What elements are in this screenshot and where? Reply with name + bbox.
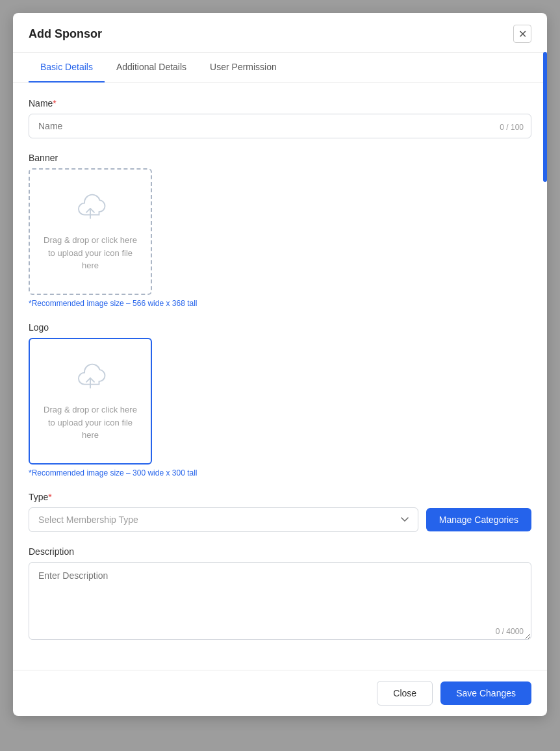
manage-categories-button[interactable]: Manage Categories [426, 508, 531, 531]
name-required-indicator: * [53, 98, 56, 108]
modal-footer: Close Save Changes [13, 670, 547, 716]
type-field-group: Type* Select Membership Type Manage Cate… [29, 492, 531, 532]
logo-upload-area[interactable]: Drag & drop or click here to upload your… [29, 338, 152, 465]
banner-upload-text: Drag & drop or click here to upload your… [40, 234, 140, 272]
banner-label: Banner [29, 153, 531, 163]
name-char-count: 0 / 100 [500, 123, 524, 132]
banner-rec-text: *Recommended image size – 566 wide x 368… [29, 299, 531, 308]
save-changes-button[interactable]: Save Changes [440, 681, 531, 705]
name-field-group: Name* 0 / 100 [29, 98, 531, 138]
description-label: Description [29, 546, 531, 557]
description-wrapper: 0 / 4000 [29, 562, 531, 643]
header-close-button[interactable]: ✕ [513, 25, 531, 43]
logo-rec-text: *Recommended image size – 300 wide x 300… [29, 468, 531, 477]
tabs-container: Basic Details Additional Details User Pe… [13, 53, 547, 83]
add-sponsor-modal: Add Sponsor ✕ Basic Details Additional D… [13, 13, 547, 716]
logo-upload-icon [71, 361, 110, 396]
tab-basic-details[interactable]: Basic Details [29, 53, 105, 83]
type-label: Type* [29, 492, 531, 502]
footer-close-button[interactable]: Close [377, 681, 433, 706]
banner-field-group: Banner Drag & drop or click here to uplo… [29, 153, 531, 308]
description-field-group: Description 0 / 4000 [29, 546, 531, 643]
modal-header: Add Sponsor ✕ [13, 13, 547, 53]
tab-additional-details[interactable]: Additional Details [105, 53, 198, 83]
type-required-indicator: * [48, 492, 51, 502]
logo-upload-text: Drag & drop or click here to upload your… [40, 403, 140, 442]
description-textarea[interactable] [29, 562, 531, 640]
name-input-wrapper: 0 / 100 [29, 114, 531, 138]
close-icon: ✕ [518, 28, 527, 40]
name-label: Name* [29, 98, 531, 108]
name-input[interactable] [29, 114, 531, 138]
logo-field-group: Logo Drag & drop or click here to upload… [29, 322, 531, 477]
membership-type-select[interactable]: Select Membership Type [29, 507, 418, 532]
type-row: Select Membership Type Manage Categories [29, 507, 531, 532]
tab-user-permission[interactable]: User Permission [198, 53, 288, 83]
logo-label: Logo [29, 322, 531, 333]
description-char-count: 0 / 4000 [496, 627, 524, 636]
scrollbar[interactable] [543, 52, 547, 182]
banner-upload-area[interactable]: Drag & drop or click here to upload your… [29, 168, 152, 295]
banner-upload-icon [71, 191, 110, 226]
modal-body: Name* 0 / 100 Banner [13, 83, 547, 670]
modal-title: Add Sponsor [29, 27, 102, 41]
